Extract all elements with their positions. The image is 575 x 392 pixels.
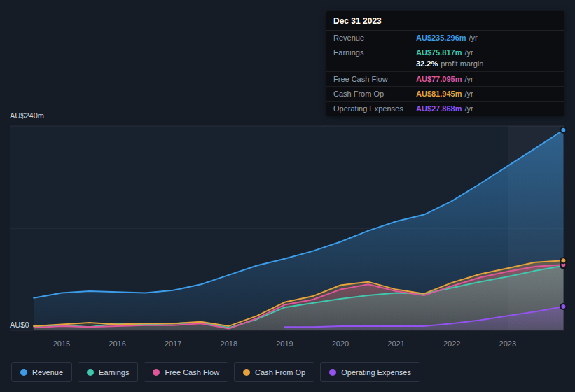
y-axis-max-label: AU$240m [10, 111, 44, 120]
earnings-revenue-history-panel: 201520162017201820192020202120222023 AU$… [0, 0, 575, 392]
y-axis-min-label: AU$0 [10, 321, 29, 329]
svg-text:2021: 2021 [387, 340, 404, 348]
legend-label: Cash From Op [255, 368, 305, 377]
svg-text:2016: 2016 [109, 340, 125, 348]
tooltip-label: Operating Expenses [333, 104, 416, 113]
tooltip-row-revenue: Revenue AU$235.296m/yr [326, 31, 564, 45]
tooltip-value: AU$235.296m/yr [416, 34, 478, 42]
legend-label: Earnings [99, 368, 129, 377]
svg-text:2017: 2017 [165, 340, 181, 348]
svg-text:2020: 2020 [332, 340, 349, 348]
svg-text:2015: 2015 [53, 340, 70, 348]
cash-from-op-dot-icon [243, 369, 250, 376]
tooltip-row-profit-margin: 32.2%profit margin [326, 59, 564, 71]
svg-text:2022: 2022 [443, 340, 460, 348]
tooltip-value: 32.2%profit margin [416, 59, 483, 68]
legend-item-earnings[interactable]: Earnings [78, 362, 138, 382]
legend-item-cash-from-op[interactable]: Cash From Op [234, 362, 314, 382]
tooltip-row-earnings: Earnings AU$75.817m/yr [326, 45, 564, 59]
legend-item-revenue[interactable]: Revenue [11, 362, 72, 382]
tooltip-value: AU$77.095m/yr [416, 75, 473, 83]
revenue-dot-icon [20, 369, 27, 376]
legend-label: Revenue [32, 368, 63, 377]
tooltip-label: Earnings [333, 48, 416, 57]
svg-text:2023: 2023 [499, 340, 516, 348]
svg-text:2018: 2018 [221, 340, 237, 348]
earnings-dot-icon [87, 369, 94, 376]
tooltip-value: AU$81.945m/yr [416, 90, 473, 98]
tooltip-row-operating-expenses: Operating Expenses AU$27.868m/yr [326, 101, 564, 115]
tooltip-value: AU$75.817m/yr [416, 48, 473, 57]
operating-expenses-dot-icon [329, 369, 336, 376]
tooltip-label: Free Cash Flow [333, 75, 416, 83]
tooltip-row-free-cash-flow: Free Cash Flow AU$77.095m/yr [326, 71, 564, 86]
tooltip-label: Cash From Op [333, 90, 416, 98]
svg-text:2019: 2019 [276, 340, 293, 348]
free-cash-flow-dot-icon [153, 369, 160, 376]
tooltip-label: Revenue [333, 34, 416, 42]
legend-label: Operating Expenses [341, 368, 411, 377]
tooltip-row-cash-from-op: Cash From Op AU$81.945m/yr [326, 86, 564, 101]
tooltip-date: Dec 31 2023 [326, 11, 564, 31]
tooltip-value: AU$27.868m/yr [416, 104, 473, 113]
chart-tooltip: Dec 31 2023 Revenue AU$235.296m/yr Earni… [326, 11, 564, 115]
legend-item-free-cash-flow[interactable]: Free Cash Flow [144, 362, 228, 382]
chart-legend: Revenue Earnings Free Cash Flow Cash Fro… [11, 362, 420, 382]
legend-label: Free Cash Flow [165, 368, 219, 377]
legend-item-operating-expenses[interactable]: Operating Expenses [320, 362, 420, 382]
